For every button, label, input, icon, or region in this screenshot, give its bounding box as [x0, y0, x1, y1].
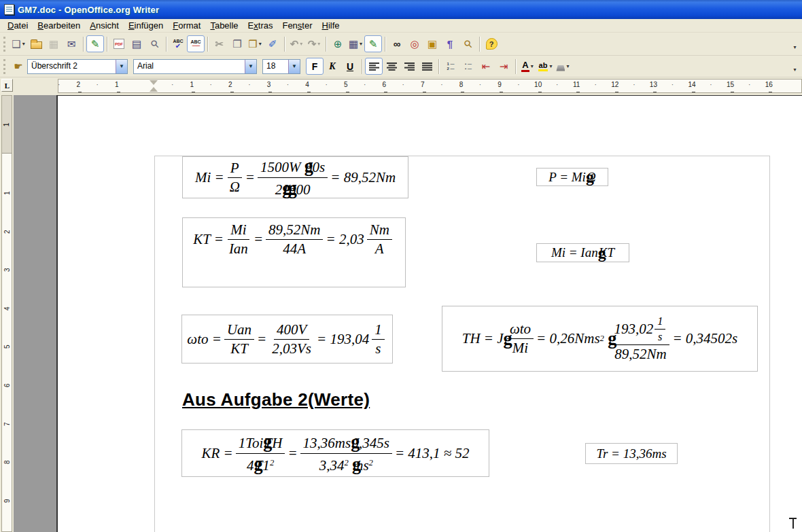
margin-marker[interactable] — [150, 80, 158, 92]
zoom-button[interactable]: ⚲ — [459, 35, 476, 52]
document-page[interactable]: Mi = PΩ = 1500W g60s 2gIg600 = 89,52Nm P… — [56, 95, 802, 532]
broken-cdot-glyph: g — [352, 455, 361, 474]
pilcrow-icon: ¶ — [447, 39, 453, 49]
ruler-number: 4 — [0, 304, 26, 313]
ruler-number: 4 — [288, 81, 327, 88]
ruler-number: 5 — [0, 342, 26, 352]
chevron-down-icon[interactable]: ▾ — [566, 63, 569, 69]
styles-button[interactable]: ☛ — [10, 58, 27, 75]
hyperlink-button[interactable]: ⊕ — [329, 35, 347, 52]
chevron-down-icon[interactable]: ▾ — [549, 63, 552, 69]
toolbar-grip[interactable] — [3, 59, 6, 74]
ruler-number: 8 — [442, 81, 481, 88]
nonprinting-characters-button[interactable]: ¶ — [441, 35, 459, 52]
export-pdf-button[interactable]: PDF — [110, 35, 128, 52]
open-button[interactable] — [27, 35, 45, 52]
decrease-indent-button[interactable]: ⇤ — [477, 58, 495, 75]
font-size-value[interactable]: 18 — [263, 60, 288, 73]
toolbar-overflow-button[interactable]: ▾ — [790, 59, 799, 74]
vertical-ruler[interactable]: 1 123456789 — [1, 95, 12, 532]
menu-bar: Datei Bearbeiten Ansicht Einfügen Format… — [0, 19, 802, 33]
formula-frame-p[interactable]: P = MigΩ — [536, 168, 608, 186]
numbered-list-button[interactable]: 1 — 2 — — [442, 58, 459, 75]
combo-dropdown-button[interactable]: ▼ — [245, 60, 256, 73]
font-name-value[interactable]: Arial — [134, 60, 245, 73]
page-preview-button[interactable]: ⚲ — [145, 35, 163, 52]
font-color-button[interactable]: A▾ — [519, 58, 536, 75]
align-right-icon — [404, 63, 415, 71]
formula-mi: Mi = PΩ = 1500W g60s 2gIg600 = 89,52Nm — [195, 156, 396, 199]
menu-tabelle[interactable]: Tabelle — [205, 19, 243, 32]
toolbar-overflow-button[interactable]: ▾ — [790, 37, 799, 52]
tab-type-selector[interactable]: L — [1, 79, 13, 92]
menu-hilfe[interactable]: Hilfe — [317, 19, 345, 32]
edit-file-button[interactable]: ✎ — [86, 35, 104, 52]
align-right-button[interactable] — [400, 58, 418, 75]
find-replace-button[interactable]: ∞ — [388, 35, 406, 52]
increase-indent-button[interactable]: ⇥ — [495, 58, 512, 75]
spellcheck-button[interactable]: ABC✔ — [169, 35, 187, 52]
section-heading[interactable]: Aus Aufgabe 2(Werte) — [182, 389, 370, 410]
standard-toolbar: ❑▾ ▦ ✉ ✎ PDF ▤ ⚲ ABC✔ ABC~~~ ✂ ❐ ❒▾ ✐ ↶▾… — [0, 33, 802, 56]
paragraph-style-combo[interactable]: Überschrift 2 ▼ — [27, 59, 128, 74]
background-color-button[interactable]: ▾ — [554, 58, 572, 75]
redo-button: ↷▾ — [305, 35, 323, 52]
ruler-number: 8 — [0, 457, 26, 467]
print-button[interactable]: ▤ — [128, 35, 145, 52]
bold-button[interactable]: F — [306, 58, 324, 75]
formula-frame-mi[interactable]: Mi = PΩ = 1500W g60s 2gIg600 = 89,52Nm — [182, 156, 408, 198]
italic-button[interactable]: K — [324, 58, 341, 75]
navigator-button[interactable]: ◎ — [406, 35, 423, 52]
menu-einfuegen[interactable]: Einfügen — [124, 19, 168, 32]
toolbar-separator — [362, 59, 362, 74]
paste-button[interactable]: ❒▾ — [246, 35, 264, 52]
chevron-down-icon[interactable]: ▾ — [259, 41, 262, 47]
chevron-down-icon: ▾ — [317, 41, 320, 47]
bullet-list-icon: • — • — — [465, 62, 472, 71]
formula-mi-ian: Mi = IangKT — [551, 244, 614, 262]
menu-datei[interactable]: Datei — [3, 19, 33, 32]
hyperlink-globe-icon: ⊕ — [334, 39, 343, 49]
formula-frame-kr[interactable]: KR = 1ToigTH 4gT12 = 13,36msg0,345s 3,34… — [181, 429, 489, 477]
menu-extras[interactable]: Extras — [243, 19, 278, 32]
formula-frame-tr[interactable]: Tr = 13,36ms — [585, 443, 678, 464]
email-button[interactable]: ✉ — [63, 35, 80, 52]
menu-bearbeiten[interactable]: Bearbeiten — [33, 19, 85, 32]
formula-frame-mi-ian[interactable]: Mi = IangKT — [536, 243, 629, 262]
bullet-list-button[interactable]: • — • — — [459, 58, 477, 75]
chevron-down-icon[interactable]: ▾ — [531, 63, 534, 69]
align-left-button[interactable] — [365, 58, 383, 75]
formula-frame-th[interactable]: TH = Jg ωtoMi = 0,26Nms2 g 193,021s 89,5… — [442, 306, 758, 372]
draw-functions-button[interactable]: ✎ — [364, 35, 382, 52]
chevron-down-icon[interactable]: ▾ — [22, 41, 25, 47]
justify-button[interactable] — [418, 58, 436, 75]
insert-table-button[interactable]: ▦▾ — [347, 35, 364, 52]
formula-frame-kt[interactable]: KT = MiIan = 89,52Nm44A = 2,03 NmA — [182, 217, 406, 287]
combo-dropdown-button[interactable]: ▼ — [116, 60, 127, 73]
underline-button[interactable]: U — [341, 58, 359, 75]
toolbar-grip[interactable] — [3, 37, 6, 52]
menu-format[interactable]: Format — [168, 19, 205, 32]
chevron-down-icon[interactable]: ▾ — [360, 41, 362, 47]
ruler-number: 13 — [634, 81, 673, 88]
menu-fenster[interactable]: Fenster — [277, 19, 317, 32]
auto-spellcheck-button[interactable]: ABC~~~ — [187, 35, 205, 52]
toolbar-separator — [515, 59, 516, 74]
formula-frame-wto[interactable]: ωto = UanKT = 400V2,03Vs = 193,04 1s — [181, 315, 393, 363]
font-size-combo[interactable]: 18 ▼ — [262, 59, 300, 74]
help-button[interactable]: ? — [483, 35, 500, 52]
format-paintbrush-button[interactable]: ✐ — [264, 35, 281, 52]
menu-ansicht[interactable]: Ansicht — [85, 19, 124, 32]
paragraph-style-value[interactable]: Überschrift 2 — [28, 60, 116, 73]
highlighting-button[interactable]: ab▾ — [536, 58, 554, 75]
undo-icon: ↶ — [290, 39, 299, 49]
new-document-button[interactable]: ❑▾ — [10, 35, 27, 52]
combo-dropdown-button[interactable]: ▼ — [288, 60, 300, 73]
copy-button[interactable]: ❐ — [228, 35, 246, 52]
ruler-number: 6 — [365, 81, 404, 88]
font-name-combo[interactable]: Arial ▼ — [133, 59, 257, 74]
justify-icon — [422, 63, 432, 71]
horizontal-ruler[interactable]: 21 12345678910111213141516 — [58, 79, 802, 93]
gallery-button[interactable]: ▣ — [423, 35, 441, 52]
align-center-button[interactable] — [383, 58, 400, 75]
